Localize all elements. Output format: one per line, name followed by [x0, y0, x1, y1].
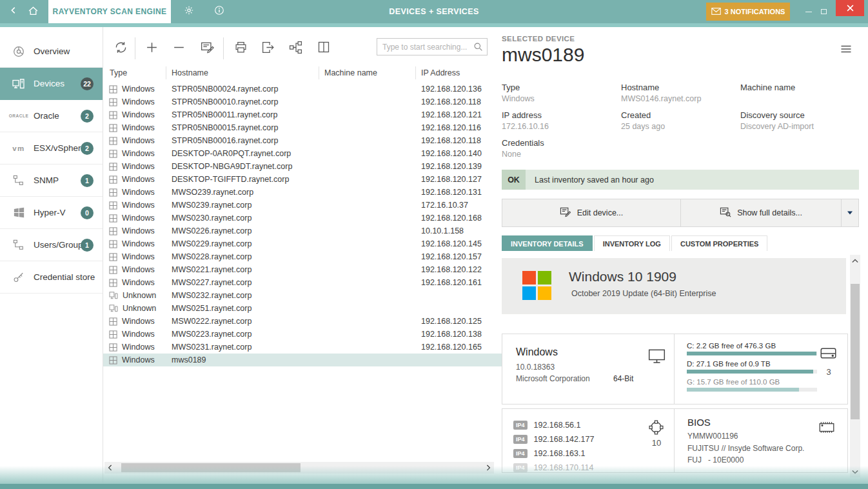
table-row[interactable]: WindowsMWS0221.raynet.corp192.168.120.12…	[103, 263, 502, 276]
table-row[interactable]: Windowsmws0189	[103, 354, 502, 366]
notifications-button[interactable]: 3 NOTIFICATIONS	[706, 3, 790, 21]
column-header-ip-address[interactable]: IP Address	[416, 66, 502, 79]
sidebar-item-label: SNMP	[34, 175, 59, 185]
vertical-scrollbar[interactable]	[850, 255, 860, 477]
status-badge: OK	[502, 170, 526, 190]
os-card-vendor: Microsoft Corporation	[516, 374, 590, 383]
cell-ip-address: 192.168.120.131	[416, 188, 502, 197]
table-row[interactable]: WindowsDESKTOP-0AR0PQT.raynet.corp192.16…	[103, 147, 502, 160]
windows-icon	[109, 356, 117, 364]
windows-icon	[109, 317, 117, 326]
cell-hostname: MWS0232.raynet.corp	[166, 291, 319, 300]
table-row[interactable]: WindowsMWS0223.raynet.corp192.168.120.13…	[103, 328, 502, 341]
sidebar-item-snmp[interactable]: SNMP1	[0, 165, 103, 197]
cell-ip-address: 192.168.120.168	[416, 214, 502, 223]
columns-button[interactable]	[314, 39, 333, 58]
scroll-down-button[interactable]	[850, 466, 860, 477]
tab-inventory-details[interactable]: INVENTORY DETAILS	[502, 235, 593, 251]
sidebar-item-oracle[interactable]: ORACLEOracle2	[0, 100, 103, 132]
info-button[interactable]	[211, 0, 228, 23]
table-row[interactable]: WindowsSTPR05NB00015.raynet.corp192.168.…	[103, 121, 502, 134]
inventory-cards-row-1: Windows 10.0.18363 Microsoft Corporation…	[502, 334, 848, 404]
table-row[interactable]: WindowsMSW0222.raynet.corp192.168.120.12…	[103, 315, 502, 328]
sidebar-item-devices[interactable]: Devices22	[0, 68, 103, 100]
sidebar-item-hyper-v[interactable]: Hyper-V0	[0, 197, 103, 229]
table-row[interactable]: UnknownMWS0232.raynet.corp	[103, 289, 502, 302]
table-row[interactable]: WindowsMWS0227.raynet.corp192.168.120.16…	[103, 276, 502, 289]
type-label: Windows	[122, 162, 155, 171]
unknown-device-icon	[109, 304, 118, 312]
refresh-button[interactable]	[111, 39, 130, 58]
search-input[interactable]	[377, 38, 488, 55]
table-row[interactable]: WindowsMWS0239.raynet.corp172.16.10.37	[103, 199, 502, 212]
type-label: Windows	[122, 343, 155, 352]
column-header-hostname[interactable]: Hostname	[166, 66, 319, 79]
hscroll-thumb[interactable]	[121, 463, 301, 472]
share-topology-button[interactable]	[286, 39, 305, 58]
back-button[interactable]	[5, 0, 22, 23]
disk-usage-bar	[687, 388, 817, 392]
selected-device-panel: SELECTED DEVICE mws0189 TypeWindowsHostn…	[502, 27, 862, 489]
remove-device-button[interactable]	[169, 39, 188, 58]
vscroll-thumb[interactable]	[851, 284, 860, 419]
table-row[interactable]: WindowsDESKTOP-NBGA9DT.raynet.corp192.16…	[103, 160, 502, 173]
disk-usage-fill	[687, 388, 799, 392]
edit-device-button[interactable]: Edit device...	[502, 199, 680, 226]
column-header-machine-name[interactable]: Machine name	[319, 66, 416, 79]
table-row[interactable]: WindowsSTPR05NB00010.raynet.corp192.168.…	[103, 95, 502, 108]
scroll-right-button[interactable]	[482, 462, 494, 474]
minimize-button[interactable]	[802, 0, 816, 23]
edit-device-toolbar-button[interactable]	[198, 39, 217, 58]
maximize-button[interactable]	[816, 0, 831, 23]
scroll-left-button[interactable]	[104, 462, 116, 474]
table-row[interactable]: UnknownMWS0251.raynet.corp	[103, 302, 502, 315]
sidebar-item-users-groups[interactable]: Users/Groups1	[0, 229, 103, 261]
field-value	[740, 94, 853, 104]
columns-icon	[317, 41, 330, 56]
ip-address: 192.168.56.1	[534, 421, 581, 430]
column-header-type[interactable]: Type	[103, 66, 166, 79]
home-button[interactable]	[24, 0, 42, 23]
table-row[interactable]: WindowsMWS0231.raynet.corp192.168.120.16…	[103, 341, 502, 354]
minimize-icon	[805, 12, 812, 12]
panel-menu-button[interactable]	[838, 43, 854, 58]
table-row[interactable]: WindowsSTPR05NB00011.raynet.corp192.168.…	[103, 108, 502, 121]
settings-button[interactable]	[181, 0, 197, 23]
device-field-created: Created25 days ago	[621, 110, 740, 132]
app-tab-rayventory-scan-engine[interactable]: RAYVENTORY SCAN ENGINE	[48, 0, 171, 23]
cell-hostname: MWSO239.raynet.corp	[166, 188, 319, 197]
add-device-button[interactable]	[142, 39, 161, 58]
sidebar-item-esx-vsphere[interactable]: vmESX/vSphere2	[0, 132, 103, 165]
table-row[interactable]: WindowsDESKTOP-TGIFFTD.raynet.corp192.16…	[103, 173, 502, 186]
scroll-up-button[interactable]	[850, 255, 860, 266]
toolbar-separator	[135, 37, 135, 59]
cell-hostname: STPR05NB00015.raynet.corp	[166, 123, 319, 132]
table-row[interactable]: WindowsMWS0226.raynet.corp10.10.1.158	[103, 225, 502, 237]
sidebar-item-credential-store[interactable]: Credential store	[0, 261, 103, 294]
sidebar-item-overview[interactable]: Overview	[0, 35, 103, 68]
table-row[interactable]: WindowsMWS0229.raynet.corp192.168.120.14…	[103, 237, 502, 250]
table-row[interactable]: WindowsMWSO239.raynet.corp192.168.120.13…	[103, 186, 502, 199]
close-button[interactable]	[836, 0, 864, 16]
table-row[interactable]: WindowsMWS0230.raynet.corp192.168.120.16…	[103, 212, 502, 225]
export-button[interactable]	[258, 39, 277, 58]
tab-inventory-log[interactable]: INVENTORY LOG	[594, 235, 670, 251]
table-row[interactable]: WindowsMWS0228.raynet.corp192.168.120.15…	[103, 250, 502, 263]
horizontal-scrollbar[interactable]	[104, 462, 494, 474]
cell-ip-address: 192.168.120.136	[416, 85, 502, 94]
disk-label: G: 15.7 GB free of 110.0 GB	[687, 378, 822, 386]
device-fields: TypeWindowsHostnameMWS0146.raynet.corpMa…	[502, 83, 853, 159]
cell-ip-address: 192.168.120.121	[416, 110, 502, 119]
os-card: Windows 10.0.18363 Microsoft Corporation…	[502, 334, 675, 404]
more-actions-dropdown-button[interactable]	[841, 199, 858, 226]
cell-hostname: STPR05NB00024.raynet.corp	[166, 85, 319, 94]
windows-logo-square	[522, 286, 536, 300]
show-full-details-button[interactable]: Show full details...	[680, 199, 841, 226]
cell-type: Windows	[103, 355, 166, 364]
print-button[interactable]	[231, 39, 250, 58]
table-row[interactable]: WindowsSTPR05NB00016.raynet.corp192.168.…	[103, 134, 502, 147]
table-row[interactable]: WindowsSTPR05NB00024.raynet.corp192.168.…	[103, 83, 502, 95]
device-field-type: TypeWindows	[502, 83, 621, 104]
tab-custom-properties[interactable]: CUSTOM PROPERTIES	[671, 235, 767, 251]
cell-hostname: mws0189	[166, 355, 319, 364]
